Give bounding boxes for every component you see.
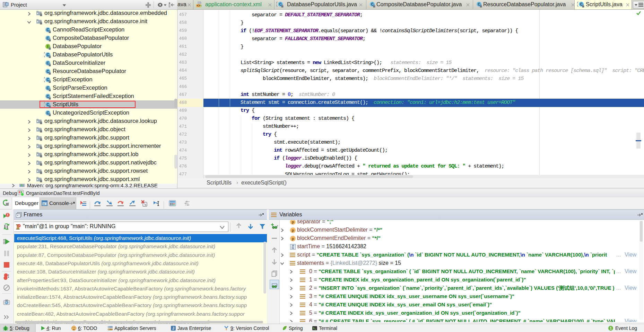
svg-text:C: C	[279, 2, 281, 6]
svg-text:C: C	[46, 95, 49, 98]
svg-text:C: C	[46, 28, 49, 32]
svg-text:p: p	[292, 220, 294, 224]
svg-text:!: !	[7, 213, 8, 217]
svg-text:C: C	[46, 36, 49, 40]
svg-text:J: J	[172, 326, 174, 330]
svg-text:p: p	[292, 228, 294, 232]
svg-text:C: C	[580, 2, 582, 6]
svg-text:C: C	[46, 103, 49, 107]
svg-text:C: C	[371, 2, 373, 6]
svg-text:C: C	[46, 53, 49, 57]
svg-text:C: C	[478, 2, 480, 6]
svg-text:I: I	[47, 45, 49, 48]
svg-text:C: C	[46, 61, 49, 65]
svg-text:01: 01	[291, 247, 294, 249]
svg-text:p: p	[292, 236, 294, 241]
svg-text:C: C	[46, 78, 49, 82]
svg-text:1: 1	[610, 326, 612, 330]
svg-text:C: C	[46, 111, 49, 115]
svg-text:C: C	[46, 86, 49, 90]
svg-text:C: C	[46, 70, 49, 73]
